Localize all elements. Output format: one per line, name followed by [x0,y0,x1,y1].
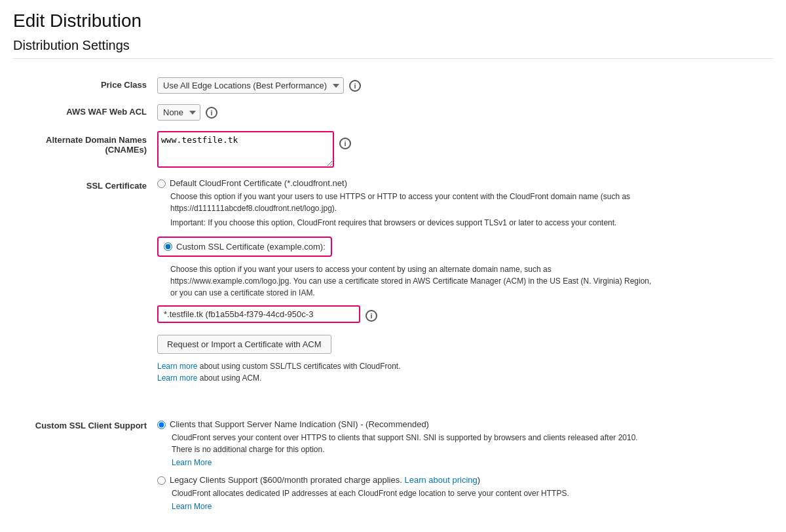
sni-radio[interactable] [157,421,166,429]
sni-learn-more-wrapper: Learn More [172,458,773,467]
price-class-info-icon: i [349,80,361,92]
ssl-default-desc1: Choose this option if you want your user… [170,191,655,214]
sni-option: Clients that Support Server Name Indicat… [157,419,773,429]
alternate-domain-names-content: i [157,126,773,173]
learn-more-acm-text: about using ACM. [197,373,261,383]
waf-web-acl-info-icon: i [206,107,217,119]
custom-ssl-client-support-row: Custom SSL Client Support Clients that S… [13,414,773,519]
legacy-radio[interactable] [157,476,166,485]
page-title: Edit Distribution [13,10,773,31]
waf-web-acl-row: AWS WAF Web ACL None i [13,99,773,126]
legacy-label: Legacy Clients Support ($600/month prora… [170,475,480,485]
waf-web-acl-content: None i [157,99,773,126]
legacy-option-wrapper: Legacy Clients Support ($600/month prora… [157,475,773,511]
alternate-domain-names-info-icon: i [339,138,351,149]
alternate-domain-names-row: Alternate Domain Names(CNAMEs) i [13,126,773,173]
legacy-learn-more-wrapper: Learn More [172,502,773,511]
learn-more-ssl-text: about using custom SSL/TLS certificates … [197,362,400,371]
price-class-label: Price Class [13,72,157,99]
learn-about-pricing-link[interactable]: Learn about pricing [404,475,477,485]
alternate-domain-names-input[interactable] [157,131,334,168]
ssl-default-desc2: Important: If you choose this option, Cl… [170,217,655,229]
legacy-option: Legacy Clients Support ($600/month prora… [157,475,773,485]
alternate-domain-names-label: Alternate Domain Names(CNAMEs) [13,126,157,173]
cert-info-icon: i [365,310,377,322]
ssl-custom-highlighted-option: Custom SSL Certificate (example.com): [157,237,332,257]
distribution-settings-heading: Distribution Settings [13,38,773,59]
ssl-default-option: Default CloudFront Certificate (*.cloudf… [157,178,773,188]
legacy-learn-more-link[interactable]: Learn More [172,502,212,511]
learn-more-acm-line: Learn more about using ACM. [157,373,773,383]
waf-web-acl-select[interactable]: None [157,104,200,121]
ssl-certificate-content: Default CloudFront Certificate (*.cloudf… [157,173,773,390]
learn-more-ssl-link[interactable]: Learn more [157,362,197,371]
learn-more-ssl-line: Learn more about using custom SSL/TLS ce… [157,362,773,371]
acm-request-button[interactable]: Request or Import a Certificate with ACM [157,335,331,354]
legacy-desc: CloudFront allocates dedicated IP addres… [172,487,656,499]
price-class-select[interactable]: Use All Edge Locations (Best Performance… [157,77,344,94]
ssl-custom-label: Custom SSL Certificate (example.com): [176,242,326,252]
legacy-label-text: Legacy Clients Support ($600/month prora… [170,475,402,485]
legacy-label-end: ) [477,475,480,485]
custom-ssl-client-support-content: Clients that Support Server Name Indicat… [157,414,773,519]
price-class-content: Use All Edge Locations (Best Performance… [157,72,773,99]
ssl-default-radio[interactable] [157,180,166,188]
ssl-certificate-label: SSL Certificate [13,173,157,390]
custom-ssl-client-support-label: Custom SSL Client Support [13,414,157,519]
ssl-default-label: Default CloudFront Certificate (*.cloudf… [170,178,347,188]
ssl-custom-radio[interactable] [164,242,172,251]
distribution-form: Price Class Use All Edge Locations (Best… [13,72,773,519]
cert-input-wrapper: i [157,305,773,323]
ssl-custom-desc: Choose this option if you want your user… [170,263,655,299]
acm-button-wrapper: Request or Import a Certificate with ACM [157,330,773,359]
sni-desc: CloudFront serves your content over HTTP… [172,432,656,455]
learn-more-acm-link[interactable]: Learn more [157,373,197,383]
ssl-certificate-row: SSL Certificate Default CloudFront Certi… [13,173,773,390]
spacer-row [13,390,773,414]
waf-web-acl-label: AWS WAF Web ACL [13,99,157,126]
sni-label: Clients that Support Server Name Indicat… [170,419,429,429]
price-class-row: Price Class Use All Edge Locations (Best… [13,72,773,99]
cert-input[interactable] [157,305,360,323]
sni-learn-more-link[interactable]: Learn More [172,458,212,467]
